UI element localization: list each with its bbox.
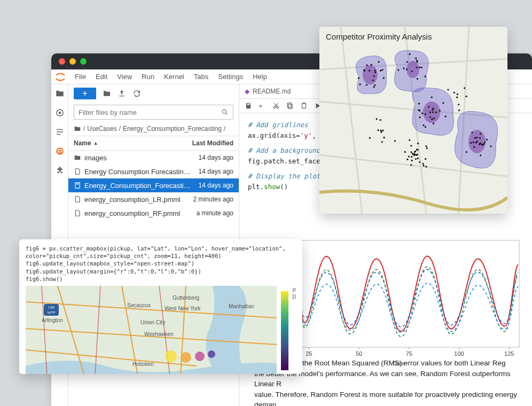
- svg-point-120: [423, 163, 424, 165]
- new-folder-button[interactable]: [103, 89, 111, 98]
- svg-point-71: [431, 119, 433, 120]
- extension-tab-icon[interactable]: [55, 166, 65, 175]
- svg-point-79: [433, 107, 434, 109]
- code-token: (): [280, 183, 288, 191]
- teradata-tab-icon[interactable]: [55, 146, 65, 156]
- filter-input[interactable]: [74, 105, 233, 120]
- chart-series4: [281, 283, 518, 332]
- svg-point-42: [374, 69, 375, 71]
- svg-point-63: [421, 67, 423, 68]
- upload-button[interactable]: [118, 89, 126, 98]
- svg-point-108: [480, 154, 481, 156]
- filter-text-field[interactable]: [79, 108, 221, 116]
- insert-cell-button[interactable]: +: [259, 102, 266, 110]
- sort-caret-icon[interactable]: ▲: [93, 140, 98, 146]
- chart-series1: [281, 256, 518, 332]
- svg-point-141: [381, 141, 383, 143]
- svg-point-143: [376, 118, 378, 120]
- svg-rect-4: [57, 134, 61, 135]
- menubar-view[interactable]: View: [113, 71, 136, 83]
- svg-point-145: [369, 137, 371, 139]
- competitor-map-card: Competitor Proximity Analysis: [319, 27, 507, 214]
- svg-point-112: [404, 151, 406, 153]
- svg-point-62: [419, 67, 420, 68]
- svg-point-146: [380, 119, 381, 121]
- svg-point-57: [424, 75, 426, 77]
- file-row[interactable]: Energy_Consumption_Forecasting_...14 day…: [68, 178, 239, 192]
- breadcrumb-seg-energy[interactable]: Energy_Consumption_Forecasting: [123, 125, 222, 132]
- svg-point-107: [470, 142, 472, 144]
- svg-point-93: [484, 141, 486, 143]
- svg-rect-9: [76, 184, 79, 185]
- file-row[interactable]: energy_consumption_RF.pmmla minute ago: [68, 206, 239, 220]
- svg-point-61: [417, 78, 418, 80]
- svg-point-156: [458, 110, 460, 111]
- folder-tab-icon[interactable]: [55, 89, 65, 98]
- svg-point-123: [419, 161, 420, 163]
- svg-point-60: [406, 68, 408, 70]
- svg-rect-12: [288, 104, 292, 108]
- breadcrumb-root-icon[interactable]: [74, 125, 81, 132]
- code-comment: # Add gridlines: [248, 121, 308, 129]
- window-close-button[interactable]: [59, 58, 65, 65]
- map-label-unioncity: Union City: [140, 319, 165, 325]
- svg-point-67: [403, 67, 405, 69]
- svg-point-1: [58, 112, 61, 114]
- code-token: fig.patch.set_face: [248, 157, 320, 165]
- save-button[interactable]: [245, 102, 252, 110]
- menubar-settings[interactable]: Settings: [214, 71, 247, 83]
- svg-point-111: [410, 164, 412, 166]
- window-minimize-button[interactable]: [69, 58, 76, 65]
- menubar-kernel[interactable]: Kernel: [160, 71, 189, 83]
- file-row[interactable]: Energy Consumption Forecasting S...14 da…: [68, 165, 239, 178]
- svg-point-148: [383, 137, 385, 138]
- map-label-hoboken: Hoboken: [132, 361, 154, 367]
- svg-point-51: [371, 64, 372, 65]
- header-name[interactable]: Name: [74, 139, 91, 147]
- svg-point-150: [456, 97, 458, 98]
- svg-point-43: [374, 72, 376, 73]
- svg-point-78: [421, 113, 423, 114]
- copy-button[interactable]: [286, 102, 294, 110]
- svg-point-68: [429, 116, 431, 118]
- svg-point-86: [432, 111, 434, 113]
- svg-point-32: [363, 65, 378, 84]
- svg-point-113: [410, 145, 412, 146]
- breadcrumb-seg-root[interactable]: /: [83, 125, 85, 132]
- refresh-button[interactable]: [132, 89, 141, 98]
- new-launcher-button[interactable]: +: [74, 88, 96, 99]
- code-token: plt.: [248, 183, 264, 191]
- cut-button[interactable]: [272, 102, 280, 110]
- file-row[interactable]: energy_consumption_LR.pmml2 minutes ago: [68, 192, 239, 206]
- svg-point-127: [411, 160, 413, 161]
- menubar-help[interactable]: Help: [248, 71, 271, 83]
- code-token: 'y': [300, 131, 312, 139]
- menubar-file[interactable]: File: [71, 71, 90, 83]
- header-modified[interactable]: Last Modified: [192, 139, 233, 147]
- paste-button[interactable]: [300, 102, 308, 110]
- code-token: show: [264, 183, 280, 191]
- file-list: images14 days agoEnergy Consumption Fore…: [68, 151, 239, 220]
- svg-point-69: [433, 118, 435, 119]
- svg-text:75: 75: [406, 350, 412, 357]
- svg-point-116: [410, 151, 412, 153]
- toc-tab-icon[interactable]: [55, 127, 65, 137]
- svg-point-90: [473, 146, 475, 148]
- menubar-tabs[interactable]: Tabs: [190, 71, 213, 83]
- menubar-run[interactable]: Run: [137, 71, 159, 83]
- svg-point-118: [406, 159, 408, 160]
- svg-point-5: [56, 147, 64, 155]
- code-comment: # Display the plot: [248, 172, 320, 180]
- svg-point-152: [447, 89, 449, 90]
- search-icon: [221, 108, 229, 116]
- breadcrumb-seg-usecases[interactable]: UseCases: [87, 125, 116, 132]
- file-row[interactable]: images14 days ago: [68, 151, 239, 165]
- svg-point-48: [359, 83, 361, 85]
- menubar-edit[interactable]: Edit: [91, 71, 112, 83]
- map-label-wny: West New York: [165, 306, 201, 311]
- svg-point-124: [425, 145, 427, 147]
- code-line: fig6.show(): [26, 275, 296, 283]
- svg-point-154: [458, 104, 459, 105]
- window-maximize-button[interactable]: [80, 58, 87, 65]
- running-tab-icon[interactable]: [55, 108, 65, 118]
